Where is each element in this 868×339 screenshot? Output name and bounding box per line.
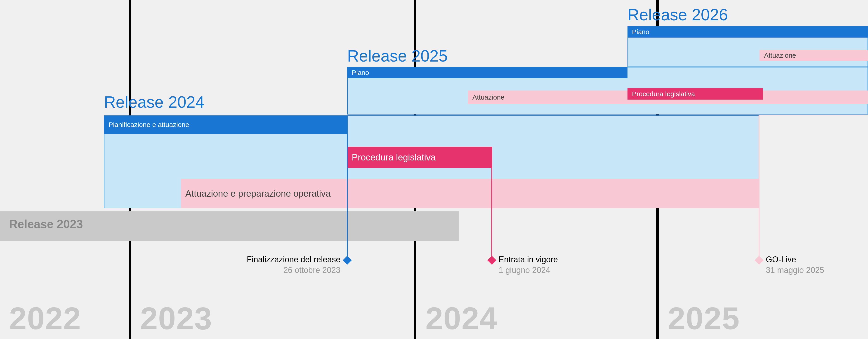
milestone-label: GO-Live31 maggio 2025 [766,254,824,276]
release-2025-piano-bar: Piano [347,67,627,78]
release-2024-attuazione-label: Attuazione e preparazione operativa [185,189,331,199]
timeline-stage: 2022 2023 2024 2025 Release 2023 Pianifi… [0,0,868,339]
release-2026-piano-label: Piano [632,28,649,36]
release-2026-piano-bar: Piano [627,26,868,37]
year-label-2023: 2023 [140,300,212,337]
release-2025-piano-label: Piano [352,69,369,77]
milestone-line [347,115,348,260]
milestone-label: Entrata in vigore1 giugno 2024 [499,254,558,276]
milestone-label: Finalizzazione del release26 ottobre 202… [247,254,340,276]
release-2024-procedura-bar: Procedura legislativa [347,147,492,168]
milestone-line [758,115,760,260]
release-2024-piano-bar: Pianificazione e attuazione [104,115,347,134]
year-label-2025: 2025 [668,300,740,337]
release-2025-procedura-bar: Procedura legislativa [627,88,763,100]
release-2025-procedura-label: Procedura legislativa [632,90,695,98]
release-2026-attuazione-bar: Attuazione [760,50,868,61]
release-2024-piano-label: Pianificazione e attuazione [108,121,189,129]
release-2024-procedura-label: Procedura legislativa [352,152,436,163]
release-2024-attuazione-bar: Attuazione e preparazione operativa [181,179,759,208]
year-label-2022: 2022 [9,300,81,337]
release-2023-title: Release 2023 [9,217,83,231]
release-2025-title: Release 2025 [347,47,447,65]
milestone-line [491,147,492,260]
release-2026-title: Release 2026 [627,5,728,24]
release-2026-attuazione-label: Attuazione [764,52,796,59]
year-label-2024: 2024 [426,300,498,337]
release-2024-title: Release 2024 [104,93,204,111]
release-2025-attuazione-label: Attuazione [472,93,504,101]
